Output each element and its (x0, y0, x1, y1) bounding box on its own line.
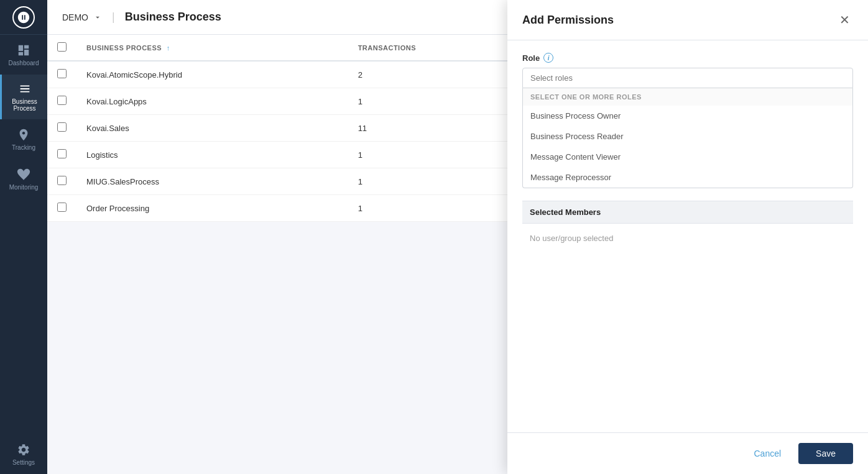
dashboard-icon (17, 43, 30, 57)
workspace-selector[interactable]: DEMO (62, 12, 102, 22)
row-name: Kovai.AtomicScope.Hybrid (76, 61, 348, 88)
row-checkbox-cell (47, 61, 76, 88)
sidebar-item-settings[interactable]: Settings (0, 434, 47, 474)
row-name: Kovai.LogicApps (76, 88, 348, 115)
sidebar: Dashboard Business Process Tracking Moni… (0, 0, 47, 474)
sidebar-item-dashboard[interactable]: Dashboard (0, 35, 47, 75)
chevron-down-icon (93, 13, 102, 22)
sidebar-item-tracking[interactable]: Tracking (0, 119, 47, 159)
row-checkbox[interactable] (57, 96, 67, 105)
row-transactions: 11 (348, 115, 531, 142)
topbar-title: Business Process (125, 11, 221, 24)
main-content: DEMO | Business Process BUSINESS PROCESS… (47, 0, 868, 474)
save-button[interactable]: Save (798, 443, 853, 464)
row-name: Order Processing (76, 195, 348, 222)
row-checkbox-cell (47, 142, 76, 168)
selected-members-header: Selected Members (522, 201, 853, 224)
role-option-content-viewer[interactable]: Message Content Viewer (523, 147, 852, 167)
row-checkbox[interactable] (57, 122, 67, 132)
sort-icon: ↑ (167, 44, 170, 52)
row-name: Logistics (76, 142, 348, 168)
sidebar-item-monitoring[interactable]: Monitoring (0, 159, 47, 199)
panel-footer: Cancel Save (507, 432, 868, 474)
sidebar-item-monitoring-label: Monitoring (9, 184, 39, 191)
app-logo[interactable] (0, 0, 47, 35)
panel-body: Role i SELECT ONE OR MORE ROLES Business… (507, 40, 868, 432)
monitoring-icon (17, 168, 30, 181)
row-transactions: 1 (348, 168, 531, 195)
row-name: MIUG.SalesProcess (76, 168, 348, 195)
row-name: Kovai.Sales (76, 115, 348, 142)
role-dropdown-header: SELECT ONE OR MORE ROLES (523, 88, 852, 106)
add-permissions-panel: Add Permissions ✕ Role i SELECT ONE OR M… (507, 0, 868, 474)
cancel-button[interactable]: Cancel (744, 444, 791, 463)
role-option-reader[interactable]: Business Process Reader (523, 126, 852, 147)
row-transactions: 1 (348, 195, 531, 222)
role-label: Role i (522, 53, 853, 63)
select-all-col (47, 35, 76, 61)
role-select-container: SELECT ONE OR MORE ROLES Business Proces… (522, 68, 853, 188)
close-button[interactable]: ✕ (836, 11, 853, 29)
role-info-icon[interactable]: i (543, 53, 553, 63)
no-user-message: No user/group selected (522, 224, 853, 253)
col-header-transactions: TRANSACTIONS (348, 35, 531, 61)
role-dropdown: SELECT ONE OR MORE ROLES Business Proces… (522, 88, 853, 188)
settings-icon (17, 443, 30, 457)
tracking-icon (17, 128, 30, 142)
sidebar-item-business-process-label: Business Process (4, 98, 45, 112)
sidebar-item-settings-label: Settings (12, 459, 35, 466)
row-transactions: 1 (348, 88, 531, 115)
topbar-divider: | (112, 11, 115, 24)
row-transactions: 1 (348, 142, 531, 168)
row-checkbox-cell (47, 115, 76, 142)
sidebar-bottom: Settings (0, 434, 47, 474)
sidebar-item-dashboard-label: Dashboard (9, 60, 39, 66)
sidebar-item-business-process[interactable]: Business Process (0, 75, 47, 119)
business-process-icon (18, 82, 32, 96)
row-checkbox[interactable] (57, 203, 67, 212)
col-header-business-process[interactable]: BUSINESS PROCESS ↑ (76, 35, 348, 61)
row-checkbox[interactable] (57, 69, 67, 78)
role-option-owner[interactable]: Business Process Owner (523, 106, 852, 126)
panel-header: Add Permissions ✕ (507, 0, 868, 40)
workspace-name: DEMO (62, 12, 88, 22)
select-all-checkbox[interactable] (57, 42, 67, 52)
sidebar-nav: Dashboard Business Process Tracking Moni… (0, 35, 47, 434)
row-checkbox-cell (47, 168, 76, 195)
row-checkbox-cell (47, 195, 76, 222)
row-checkbox[interactable] (57, 176, 67, 185)
role-search-input[interactable] (522, 68, 853, 88)
row-transactions: 2 (348, 61, 531, 88)
panel-title: Add Permissions (522, 14, 614, 27)
row-checkbox-cell (47, 88, 76, 115)
row-checkbox[interactable] (57, 149, 67, 158)
logo-icon (12, 6, 35, 29)
sidebar-item-tracking-label: Tracking (12, 144, 35, 151)
role-label-text: Role (522, 53, 540, 63)
role-option-reprocessor[interactable]: Message Reprocessor (523, 167, 852, 188)
